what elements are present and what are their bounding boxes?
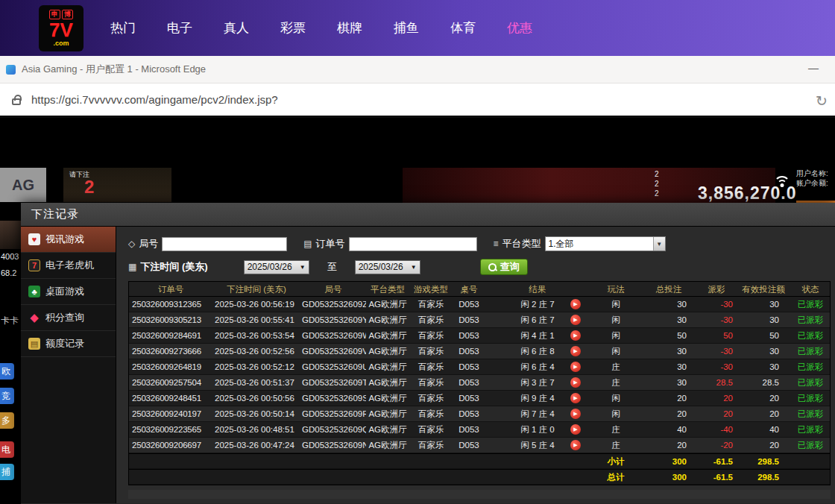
replay-play-icon[interactable]: ▶ bbox=[570, 362, 581, 372]
table-scroll-band[interactable] bbox=[128, 490, 831, 499]
side-menu-icon[interactable]: 竞 bbox=[0, 388, 14, 404]
score-column: 2 2 2 bbox=[655, 169, 659, 198]
cell-bet-time: 2025-03-26 00:52:12 bbox=[212, 359, 300, 374]
date-to-picker[interactable]: 2025/03/26 ▼ bbox=[355, 260, 420, 274]
sidebar-item-points-query[interactable]: ◆ 积分查询 bbox=[21, 305, 116, 331]
cell-status: 已派彩 bbox=[790, 328, 831, 343]
query-button[interactable]: 查询 bbox=[480, 259, 528, 275]
result-text: 闲 4 庄 1 bbox=[520, 331, 554, 340]
replay-play-icon[interactable]: ▶ bbox=[570, 424, 581, 435]
cell-play: 闲 bbox=[590, 391, 642, 406]
cell-game-type: 百家乐 bbox=[409, 422, 453, 437]
sidebar-item-label: 视讯游戏 bbox=[45, 233, 84, 246]
order-sheet-icon: ▤ bbox=[303, 239, 312, 249]
nav-item-live[interactable]: 真人 bbox=[224, 19, 249, 37]
refresh-icon[interactable]: ↻ bbox=[816, 92, 828, 110]
cell-status: 已派彩 bbox=[790, 359, 831, 374]
date-from-value: 2025/03/26 bbox=[248, 262, 292, 272]
cell-total-bet: 20 bbox=[642, 438, 696, 453]
cell-total-bet: 20 bbox=[642, 406, 696, 421]
cell-table-no: D053 bbox=[453, 422, 485, 437]
cell-platform: AG欧洲厅 bbox=[366, 328, 409, 343]
grand-total-status-empty bbox=[790, 470, 831, 484]
sidebar-item-video-games[interactable]: ♥ 视讯游戏 bbox=[21, 227, 116, 253]
cell-round-no: GD0532532609Y bbox=[300, 312, 366, 327]
cell-payout: 20 bbox=[696, 406, 737, 421]
balance-value: 3,856,270.0 bbox=[698, 183, 797, 204]
cell-valid-bet: 20 bbox=[737, 391, 790, 406]
cell-bet-time: 2025-03-26 00:50:14 bbox=[212, 406, 300, 421]
cell-game-type: 百家乐 bbox=[409, 391, 453, 406]
table-games-icon: ♣ bbox=[28, 286, 40, 297]
bet-time-label: 下注时间 (美东) bbox=[140, 260, 207, 274]
replay-play-icon[interactable]: ▶ bbox=[570, 377, 581, 388]
side-menu-icon[interactable]: 捕 bbox=[0, 464, 14, 480]
cell-bet-time: 2025-03-26 00:47:24 bbox=[212, 438, 300, 453]
sidebar-item-table-games[interactable]: ♣ 桌面游戏 bbox=[21, 279, 116, 305]
date-to-value: 2025/03/26 bbox=[359, 262, 403, 272]
sidebar-item-quota-records[interactable]: ▤ 额度记录 bbox=[21, 331, 116, 357]
cell-round-no: GD0532532609V bbox=[300, 344, 366, 359]
left-fragment-number: 4003 bbox=[1, 252, 19, 261]
cell-total-bet: 20 bbox=[642, 391, 696, 406]
grand-total-total-bet: 300 bbox=[642, 470, 696, 484]
nav-item-fishing[interactable]: 捕鱼 bbox=[394, 19, 419, 37]
side-menu-icon[interactable]: 电 bbox=[0, 441, 14, 458]
calendar-icon: ▦ bbox=[128, 262, 136, 272]
cell-game-type: 百家乐 bbox=[409, 406, 453, 421]
replay-play-icon[interactable]: ▶ bbox=[570, 330, 581, 341]
nav-item-chess[interactable]: 棋牌 bbox=[337, 19, 362, 37]
balance-label: 账户余额: bbox=[796, 178, 828, 188]
header-game-type: 游戏类型 bbox=[409, 282, 453, 296]
logo-badge-right: 博 bbox=[62, 10, 73, 19]
cell-play: 闲 bbox=[590, 312, 642, 327]
cell-payout: -30 bbox=[696, 359, 737, 374]
replay-play-icon[interactable]: ▶ bbox=[570, 393, 581, 403]
logo-badge-left: 申 bbox=[49, 10, 60, 19]
replay-play-icon[interactable]: ▶ bbox=[570, 440, 581, 450]
logo-main: 7V bbox=[49, 20, 73, 40]
platform-type-label: 平台类型 bbox=[502, 237, 541, 251]
nav-item-slots[interactable]: 电子 bbox=[167, 19, 192, 37]
cell-table-no: D053 bbox=[453, 344, 485, 359]
cell-bet-time: 2025-03-26 00:48:51 bbox=[212, 422, 300, 437]
nav-item-sports[interactable]: 体育 bbox=[450, 19, 476, 37]
site-logo[interactable]: 申 博 7V .com bbox=[39, 5, 84, 51]
cell-order-no: 250326009284691 bbox=[129, 328, 212, 343]
cell-play: 庄 bbox=[590, 359, 642, 374]
browser-urlbar: https://gci.7vvvvvv.com/agingame/pcv2/in… bbox=[0, 84, 835, 118]
header-valid-bet: 有效投注额 bbox=[737, 282, 790, 296]
cell-result: 闲 6 庄 4 ▶ bbox=[485, 359, 590, 374]
nav-item-hot[interactable]: 热门 bbox=[110, 19, 136, 37]
logo-suffix: .com bbox=[53, 40, 69, 47]
replay-play-icon[interactable]: ▶ bbox=[570, 409, 581, 419]
cell-total-bet: 30 bbox=[642, 375, 696, 390]
platform-type-select[interactable]: 1.全部 ▼ bbox=[545, 236, 666, 251]
header-status: 状态 bbox=[790, 282, 831, 296]
sidebar-item-slot-machines[interactable]: 7 电子老虎机 bbox=[21, 253, 116, 279]
nav-item-lottery[interactable]: 彩票 bbox=[280, 19, 306, 37]
chevron-down-icon: ▼ bbox=[653, 237, 665, 251]
subtotal-valid-bet: 298.5 bbox=[737, 454, 790, 468]
address-bar[interactable]: https://gci.7vvvvvv.com/agingame/pcv2/in… bbox=[31, 93, 278, 106]
cell-order-no: 250326009305213 bbox=[129, 312, 212, 327]
round-number-input[interactable] bbox=[162, 237, 287, 251]
date-from-picker[interactable]: 2025/03/26 ▼ bbox=[244, 260, 309, 274]
score-value: 2 bbox=[655, 189, 659, 198]
table-row: 250326009312365 2025-03-26 00:56:19 GD05… bbox=[129, 297, 830, 312]
cell-game-type: 百家乐 bbox=[409, 438, 453, 453]
nav-item-promo[interactable]: 优惠 bbox=[507, 19, 532, 37]
points-diamond-icon: ◆ bbox=[28, 312, 40, 324]
replay-play-icon[interactable]: ▶ bbox=[570, 346, 581, 356]
dealer-photo bbox=[0, 221, 21, 249]
replay-play-icon[interactable]: ▶ bbox=[570, 315, 581, 325]
replay-play-icon[interactable]: ▶ bbox=[570, 299, 581, 309]
header-platform: 平台类型 bbox=[366, 282, 409, 296]
score-value: 2 bbox=[655, 179, 659, 189]
order-number-input[interactable] bbox=[349, 237, 477, 251]
side-menu-icon[interactable]: 多 bbox=[0, 412, 14, 429]
cell-total-bet: 30 bbox=[642, 312, 696, 327]
side-menu-icon[interactable]: 欧 bbox=[0, 363, 14, 379]
video-games-icon: ♥ bbox=[28, 233, 40, 245]
minimize-button[interactable]: — bbox=[808, 62, 819, 74]
